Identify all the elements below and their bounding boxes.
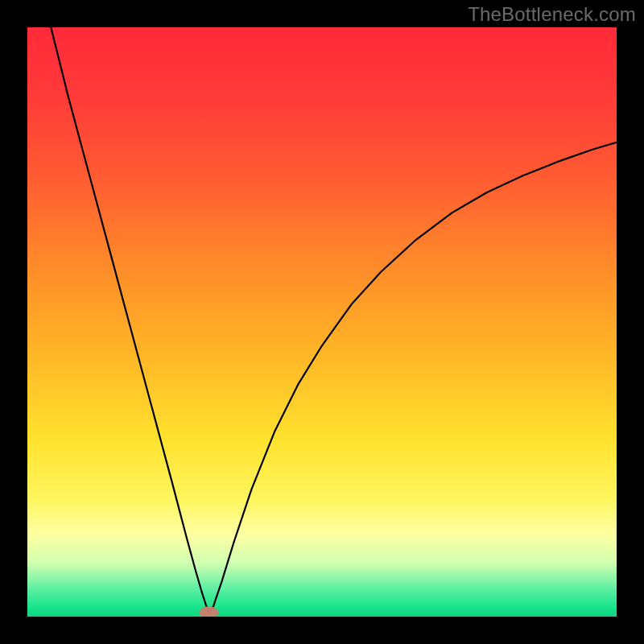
bottleneck-chart (0, 0, 644, 644)
watermark-text: TheBottleneck.com (468, 3, 636, 26)
chart-frame: TheBottleneck.com (0, 0, 644, 644)
chart-gradient-background (27, 27, 617, 617)
